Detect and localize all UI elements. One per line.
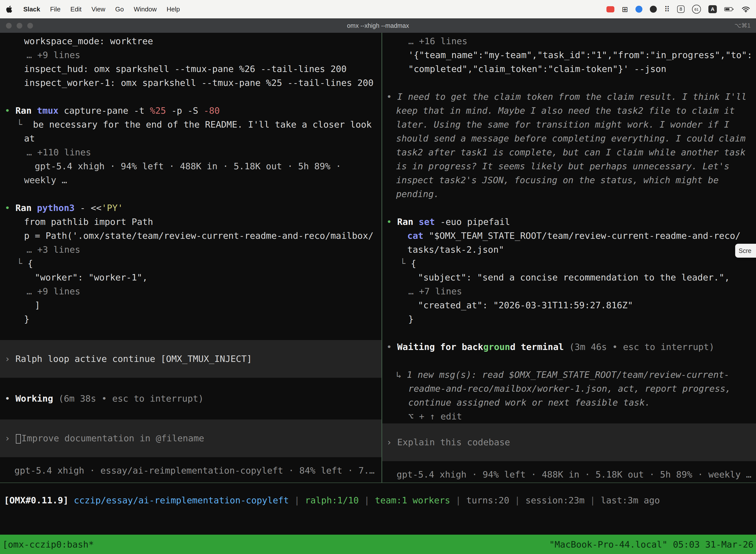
window-title: omx --xhigh --madmax [347,22,409,29]
terminal-text-segment: | [456,495,466,505]
blank-line [382,76,756,90]
blank-line [382,354,756,368]
wifi-icon[interactable] [742,6,750,12]
terminal-text-segment: gpt-5.4 xhigh · essay/ai-reimplementatio… [14,465,375,476]
menu-view[interactable]: View [91,5,106,13]
terminal-text-segment: … +3 lines [26,244,80,255]
terminal-text-segment: | [364,495,375,505]
terminal-text-segment: • [386,342,397,352]
terminal-text-segment: "subject": "send a concise recommendatio… [418,272,730,282]
menu-edit[interactable]: Edit [70,5,82,13]
terminal-text-segment: › [5,433,15,443]
menu-app-name[interactable]: Slack [23,5,40,13]
apple-menu-icon[interactable] [6,5,13,14]
terminal-text-segment: inspect_hud: omx sparkshell --tmux-pane … [24,64,346,74]
terminal-line: "created_at": "2026-03-31T11:59:27.816Z" [382,298,756,312]
zoom-button[interactable] [27,23,33,29]
battery-percent-indicator[interactable]: 61 [692,5,701,14]
terminal-text-segment: at [24,133,35,144]
terminal-text-segment: tasks/task-2.json" [407,244,504,255]
terminal-text-segment: be necessary for the end of the README. … [33,119,372,129]
terminal-text-segment: … +110 lines [26,147,91,157]
terminal-text-segment: { [27,258,33,269]
right-terminal-pane[interactable]: … +16 lines'{"team_name":"my-team","task… [382,33,756,483]
terminal-text-segment: | [515,495,525,505]
terminal-text-segment: continue assigned work or next feasible … [408,397,650,407]
left-terminal-pane[interactable]: workspace_mode: worktree… +9 linesinspec… [0,33,381,483]
blank-line [0,326,381,340]
tmux-session-window-label[interactable]: [omx-cczip0:bash* [2,539,94,550]
minimize-button[interactable] [17,23,22,29]
terminal-text-segment: cat [407,231,429,241]
terminal-text-segment: readme-and-reco/mailbox/worker-1.json, a… [408,384,731,394]
terminal-line: is in progress? It seems likely but perh… [382,159,756,173]
terminal-text-segment: └ [400,258,411,269]
terminal-line: inspect task2's JSON, focusing on the st… [382,173,756,187]
terminal-line: gpt-5.4 xhigh · 94% left · 488K in · 5.1… [0,159,381,173]
terminal-line: task2 after task1 is complete, but can I… [382,146,756,159]
composer-box[interactable]: › Explain this codebase [382,424,756,461]
grid-app-icon[interactable]: ⊞ [622,5,628,14]
terminal-text-segment: ↳ [396,370,407,380]
menu-go[interactable]: Go [115,5,124,13]
terminal-line: weekly … [0,173,381,187]
terminal-text-segment: later. Using the same for transition mig… [396,119,730,129]
terminal-line: "subject": "send a concise recommendatio… [382,271,756,284]
terminal-line: gpt-5.4 xhigh · 94% left · 488K in · 5.1… [382,467,756,482]
terminal-text-segment: inspect_worker-1: omx sparkshell --tmux-… [24,78,374,88]
terminal-line: keep that in mind. Maybe I also need the… [382,104,756,118]
terminal-text-segment: '{"team_name":"my-team","task_id":"1","f… [408,50,752,60]
terminal-line: from pathlib import Path [0,215,381,229]
terminal-text-segment: Working [15,393,58,403]
blank-line [0,405,381,420]
terminal-text-segment: ] [35,300,40,310]
terminal-text-segment: … +9 lines [26,286,80,296]
badge-8-icon[interactable]: 8 [677,5,685,13]
input-source-icon[interactable]: A [708,5,717,13]
terminal-text-segment: "$OMX_TEAM_STATE_ROOT/team/review-curren… [429,231,741,241]
terminal-line: tasks/task-2.json" [382,243,756,257]
dots-grid-icon[interactable]: ⠿ [664,5,670,14]
terminal-text-segment: (6m 38s • esc to interrupt) [59,393,204,403]
terminal-text-segment: team:1 workers [375,495,456,505]
terminal-text-segment: gpt-5.4 xhigh · 94% left · 488K in · 5.1… [397,469,751,480]
omx-status-line: [OMX#0.11.9] cczip/essay/ai-reimplementa… [0,483,756,535]
composer-box[interactable]: › Ralph loop active continue [OMX_TMUX_I… [0,340,381,378]
terminal-line: '{"team_name":"my-team","task_id":"1","f… [382,48,756,62]
terminal-line: … +9 lines [0,48,381,62]
battery-icon[interactable] [724,6,734,12]
menu-file[interactable]: File [50,5,61,13]
composer-box[interactable]: › Improve documentation in @filename [0,420,381,457]
window-title-bar[interactable]: omx --xhigh --madmax ⌥⌘1 [0,18,756,33]
terminal-line: gpt-5.4 xhigh · essay/ai-reimplementatio… [0,464,381,478]
terminal-text-segment: Ralph loop active continue [OMX_TMUX_INJ… [15,354,252,364]
terminal-text-segment: Explain this codebase [397,437,510,447]
menu-window[interactable]: Window [134,5,156,13]
terminal-text-segment: └ [17,119,33,129]
dark-app-icon[interactable] [650,6,657,13]
terminal-text-segment: - << [80,203,102,213]
terminal-text-segment: (3m 46s • esc to interrupt) [569,342,714,352]
terminal-line: └ be necessary for the end of the README… [0,118,381,131]
menu-help[interactable]: Help [167,5,180,13]
terminal-text-segment: p = Path('.omx/state/team/review-current… [24,231,374,241]
terminal-line: ⌥ + ↑ edit [382,409,756,424]
terminal-line: cat "$OMX_TEAM_STATE_ROOT/team/review-cu… [382,229,756,243]
screen-recording-indicator-icon[interactable] [607,6,614,12]
terminal-text-segment: "worker": "worker-1", [35,272,147,282]
terminal-line: readme-and-reco/mailbox/worker-1.json, a… [382,382,756,396]
blue-app-icon[interactable] [635,6,642,13]
terminal-text-segment: tmux [37,106,64,116]
close-button[interactable] [6,23,12,29]
terminal-line: "completed","claim_token":"claim-token"}… [382,62,756,76]
screen-widget-overlay[interactable]: Scre [735,244,756,258]
terminal-text-segment: } [24,314,29,324]
terminal-line: • Waiting for background terminal (3m 46… [382,340,756,354]
terminal-text-segment: inspect task2's JSON, focusing on the st… [396,175,718,185]
terminal-content: workspace_mode: worktree… +9 linesinspec… [0,33,756,483]
terminal-line: continue assigned work or next feasible … [382,396,756,409]
terminal-text-segment: • [5,203,15,213]
terminal-text-segment: workspace_mode: worktree [24,36,153,46]
terminal-text-segment: 'PY' [102,203,123,213]
terminal-line: ↳ 1 new msg(s): read $OMX_TEAM_STATE_ROO… [382,368,756,382]
